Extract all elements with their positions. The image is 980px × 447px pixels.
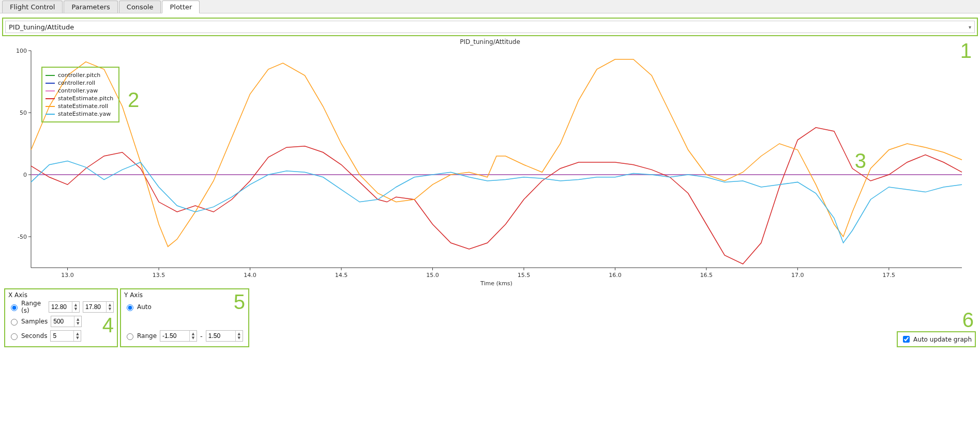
svg-text:15.0: 15.0: [426, 272, 439, 279]
legend-item: stateEstimate.roll: [46, 103, 113, 110]
tab-bar: Flight Control Parameters Console Plotte…: [0, 0, 980, 13]
spinner-arrows-icon[interactable]: ▲▼: [74, 316, 81, 327]
tab-console[interactable]: Console: [119, 1, 161, 13]
legend-swatch: [46, 114, 55, 115]
annotation-6: 6: [962, 309, 974, 332]
legend-item: stateEstimate.yaw: [46, 111, 113, 117]
plot-config-value: PID_tuning/Attitude: [9, 23, 74, 31]
svg-text:16.5: 16.5: [700, 272, 713, 279]
yaxis-range-radio[interactable]: Range: [124, 332, 157, 340]
chevron-down-icon: ▾: [969, 24, 971, 30]
auto-update-label: Auto update graph: [913, 336, 972, 343]
yaxis-auto-radio[interactable]: Auto: [124, 303, 161, 311]
xaxis-samples-radio[interactable]: Samples: [8, 317, 48, 326]
tab-parameters[interactable]: Parameters: [64, 1, 117, 13]
svg-text:17.0: 17.0: [791, 272, 804, 279]
xaxis-range-to[interactable]: ▲▼: [83, 301, 114, 313]
svg-text:0: 0: [23, 172, 27, 178]
bottom-controls: X Axis Range (s) ▲▼ ▲▼ Samples ▲▼ Second…: [0, 288, 980, 351]
xaxis-range-from[interactable]: ▲▼: [49, 301, 80, 313]
svg-text:-50: -50: [18, 234, 27, 240]
yaxis-title: Y Axis: [124, 291, 245, 299]
auto-update-region: Auto update graph 6: [897, 331, 976, 347]
legend-item: controller.yaw: [46, 87, 113, 94]
yaxis-range-to[interactable]: ▲▼: [206, 330, 243, 342]
auto-update-checkbox[interactable]: [903, 336, 910, 343]
legend-item: controller.pitch: [46, 72, 113, 79]
xaxis-seconds-radio[interactable]: Seconds: [8, 332, 47, 340]
legend-swatch: [46, 83, 55, 84]
yaxis-range-from[interactable]: ▲▼: [160, 330, 197, 342]
svg-text:50: 50: [20, 110, 27, 116]
svg-text:Time (kms): Time (kms): [480, 280, 512, 287]
svg-text:13.5: 13.5: [153, 272, 165, 279]
svg-text:15.5: 15.5: [518, 272, 531, 279]
legend-swatch: [46, 98, 55, 99]
svg-text:13.0: 13.0: [61, 272, 74, 279]
tab-flight-control[interactable]: Flight Control: [2, 1, 63, 13]
tab-plotter[interactable]: Plotter: [162, 1, 200, 13]
spinner-arrows-icon[interactable]: ▲▼: [72, 302, 79, 312]
svg-text:14.0: 14.0: [244, 272, 257, 279]
spinner-arrows-icon[interactable]: ▲▼: [189, 331, 197, 341]
spinner-arrows-icon[interactable]: ▲▼: [235, 331, 243, 341]
legend-item: controller.roll: [46, 80, 113, 86]
xaxis-controls: X Axis Range (s) ▲▼ ▲▼ Samples ▲▼ Second…: [4, 288, 118, 347]
yaxis-controls: Y Axis Auto Range ▲▼ - ▲▼ 5: [120, 288, 249, 347]
chart-area: PID_tuning/Attitude -5005010013.013.514.…: [5, 38, 975, 288]
svg-text:100: 100: [16, 48, 27, 54]
plot-selector-region: PID_tuning/Attitude ▾ 1: [2, 18, 978, 36]
plot-config-dropdown[interactable]: PID_tuning/Attitude ▾: [5, 21, 975, 33]
svg-text:17.5: 17.5: [883, 272, 896, 279]
xaxis-title: X Axis: [8, 291, 114, 299]
xaxis-seconds[interactable]: ▲▼: [50, 330, 81, 342]
legend-swatch: [46, 106, 55, 107]
chart-title: PID_tuning/Attitude: [5, 38, 975, 45]
svg-text:16.0: 16.0: [609, 272, 622, 279]
legend-swatch: [46, 90, 55, 91]
legend-item: stateEstimate.pitch: [46, 95, 113, 102]
xaxis-range-radio[interactable]: Range (s): [8, 300, 46, 314]
legend: controller.pitch controller.roll control…: [41, 67, 119, 122]
xaxis-samples[interactable]: ▲▼: [51, 316, 82, 327]
spinner-arrows-icon[interactable]: ▲▼: [106, 302, 113, 312]
spinner-arrows-icon[interactable]: ▲▼: [73, 331, 81, 341]
legend-swatch: [46, 75, 55, 76]
svg-text:14.5: 14.5: [335, 272, 348, 279]
chart-canvas: -5005010013.013.514.014.515.015.516.016.…: [5, 45, 972, 288]
